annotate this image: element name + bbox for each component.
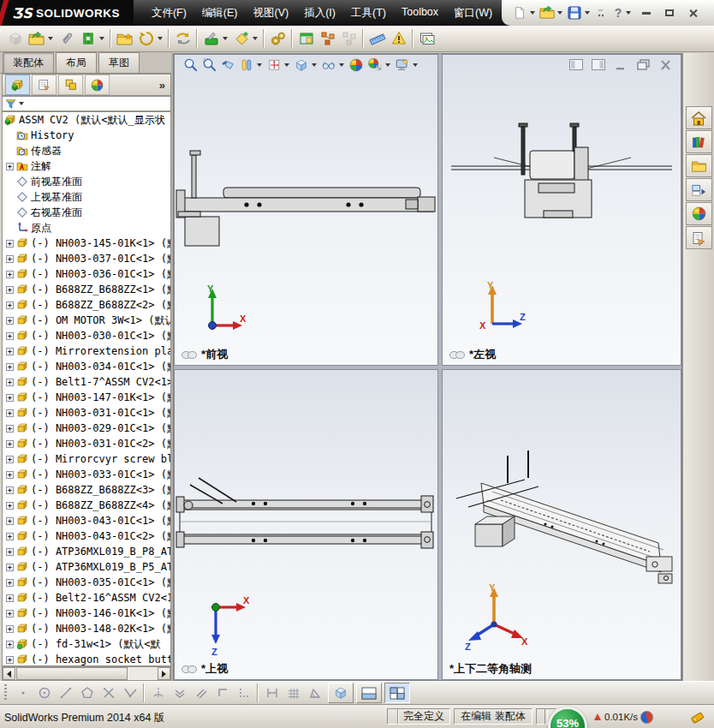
feature-manager-tree-icon[interactable] <box>5 75 30 95</box>
new-document-button[interactable] <box>510 3 529 22</box>
motion-study-icon[interactable] <box>268 29 288 49</box>
tree-horizontal-scrollbar[interactable] <box>2 666 171 681</box>
expander-icon[interactable]: + <box>6 625 14 633</box>
tab-layout[interactable]: 布局 <box>56 52 97 73</box>
network-status-icon[interactable] <box>640 711 653 724</box>
four-view-button[interactable] <box>384 683 410 703</box>
expander-icon[interactable]: + <box>6 301 14 309</box>
explode-line-sketch-icon[interactable] <box>339 29 359 49</box>
tree-item[interactable]: +(-) NH003-043-01C<2> (默 <box>3 528 170 544</box>
configuration-manager-icon[interactable] <box>58 75 83 95</box>
tree-item[interactable]: 原点 <box>3 220 170 236</box>
tree-item[interactable]: +(-) NH003-036-01C<1> (默 <box>3 266 170 282</box>
expander-icon[interactable]: + <box>6 255 14 263</box>
dropdown-caret[interactable] <box>557 11 562 15</box>
previous-view-icon[interactable] <box>218 56 237 74</box>
expander-icon[interactable] <box>6 194 14 201</box>
tree-item[interactable]: +(-) Mirrorcvyr screw bl <box>3 451 170 467</box>
tree-item[interactable]: +(-) NH003-148-02K<1> (默 <box>3 621 170 636</box>
circle-tool-icon[interactable] <box>33 683 55 702</box>
polygon-tool-icon[interactable] <box>76 683 98 702</box>
home-tab[interactable] <box>686 106 712 129</box>
smart-fasteners-icon[interactable] <box>115 29 134 49</box>
tree-item[interactable]: +(-) NH003-033-01C<1> (默 <box>3 467 170 482</box>
view-orientation-icon[interactable] <box>265 56 283 74</box>
viewport-left[interactable]: Y X Z *左视 <box>442 54 681 366</box>
mate-icon[interactable] <box>78 29 98 49</box>
tree-item[interactable]: +(-) hexagon socket butt <box>3 652 170 666</box>
tree-item[interactable]: History <box>3 128 170 143</box>
expander-icon[interactable]: + <box>6 594 14 602</box>
dropdown-caret[interactable] <box>253 37 258 40</box>
swap-components-icon[interactable] <box>173 29 193 49</box>
dropdown-caret[interactable] <box>312 63 317 67</box>
tree-item[interactable]: +(-) Mirrorextension pla <box>3 343 170 359</box>
viewport-front[interactable]: Y X *前视 <box>174 54 438 366</box>
viewport-top[interactable]: X Z *上视 <box>174 369 438 680</box>
expander-icon[interactable]: + <box>6 486 14 494</box>
tree-item[interactable]: +(-) B688ZZ_B688ZZ<2> (默 <box>3 297 170 313</box>
close-button[interactable] <box>682 4 703 21</box>
rotate-component-icon[interactable] <box>136 29 156 49</box>
exploded-view-icon[interactable] <box>318 29 337 49</box>
apply-scene-icon[interactable] <box>366 56 384 74</box>
hide-show-items-icon[interactable] <box>319 56 338 74</box>
save-button[interactable] <box>565 3 584 22</box>
expander-icon[interactable] <box>6 178 14 186</box>
dropdown-caret[interactable] <box>339 63 344 67</box>
expander-icon[interactable]: + <box>6 440 14 448</box>
two-view-button[interactable] <box>356 683 382 703</box>
tree-item[interactable]: +(-) NH003-035-01C<1> (默 <box>3 575 170 590</box>
tree-item[interactable]: +(-) NH003-147-01K<1> (默 <box>3 390 170 405</box>
expander-icon[interactable]: + <box>6 271 14 278</box>
tree-item[interactable]: +(-) NH003-037-01C<1> (默 <box>3 251 170 266</box>
tag-icon[interactable] <box>690 711 705 724</box>
custom-properties-tab[interactable] <box>686 226 712 249</box>
angle-dimension-icon[interactable] <box>304 683 325 702</box>
panel-more-chevron[interactable]: » <box>159 79 168 92</box>
attachments-icon[interactable] <box>57 29 76 49</box>
dropdown-caret[interactable] <box>530 11 535 15</box>
menu-file[interactable]: 文件(F) <box>144 0 194 27</box>
viewport-isometric[interactable]: Y X Z *上下二等角轴测 <box>442 369 681 680</box>
tree-item[interactable]: +(-) NH003-043-01C<1> (默 <box>3 513 170 528</box>
offset-tool-icon[interactable] <box>169 683 190 702</box>
filter-dropdown-caret[interactable] <box>19 102 24 105</box>
tree-item[interactable]: +(-) NH003-031-01C<1> (默 <box>3 405 170 421</box>
tab-assembly[interactable]: 装配体 <box>3 52 54 73</box>
tree-item[interactable]: +(-) Belt1-7^ASSM CV2<1> <box>3 374 170 390</box>
expander-icon[interactable]: + <box>6 656 14 664</box>
appearances-tab[interactable] <box>686 202 712 225</box>
single-view-button[interactable] <box>328 683 354 703</box>
screen-capture-icon[interactable] <box>417 29 437 49</box>
tree-item[interactable]: +(-) NH003-145-01K<1> (默 <box>3 236 170 251</box>
expander-icon[interactable]: + <box>6 163 14 170</box>
reference-geometry-icon[interactable] <box>231 29 251 49</box>
expander-icon[interactable]: + <box>6 379 14 386</box>
insert-components-icon[interactable] <box>5 29 25 49</box>
expander-icon[interactable]: + <box>6 502 14 510</box>
view-settings-icon[interactable] <box>393 56 412 74</box>
expander-icon[interactable] <box>6 147 14 155</box>
dropdown-caret[interactable] <box>585 11 590 15</box>
mirror-tool-icon[interactable] <box>147 683 169 702</box>
menu-insert[interactable]: 插入(I) <box>296 0 343 27</box>
scroll-thumb[interactable] <box>16 667 128 680</box>
line-tool-icon[interactable] <box>55 683 76 702</box>
tree-item[interactable]: +(-) B688ZZ_B688ZZ<4> (默 <box>3 498 170 513</box>
minimize-button[interactable] <box>636 4 657 21</box>
scroll-left-button[interactable] <box>3 667 15 680</box>
tree-item[interactable]: +(-) Belt2-16^ASSM CV2<1 <box>3 590 170 606</box>
menu-edit[interactable]: 编辑(E) <box>194 0 246 27</box>
grid-icon[interactable] <box>283 683 304 702</box>
toolbar-grip[interactable] <box>4 684 7 701</box>
tree-item[interactable]: 前视基准面 <box>3 174 170 189</box>
more-commands-button[interactable] <box>592 3 611 22</box>
expander-icon[interactable]: + <box>6 564 14 571</box>
expander-icon[interactable]: + <box>6 579 14 587</box>
angle-tool-icon[interactable] <box>119 683 140 702</box>
expander-icon[interactable]: + <box>6 348 14 355</box>
tree-item[interactable]: 上视基准面 <box>3 189 170 205</box>
open-document-button[interactable] <box>538 3 556 22</box>
expander-icon[interactable]: + <box>6 332 14 340</box>
